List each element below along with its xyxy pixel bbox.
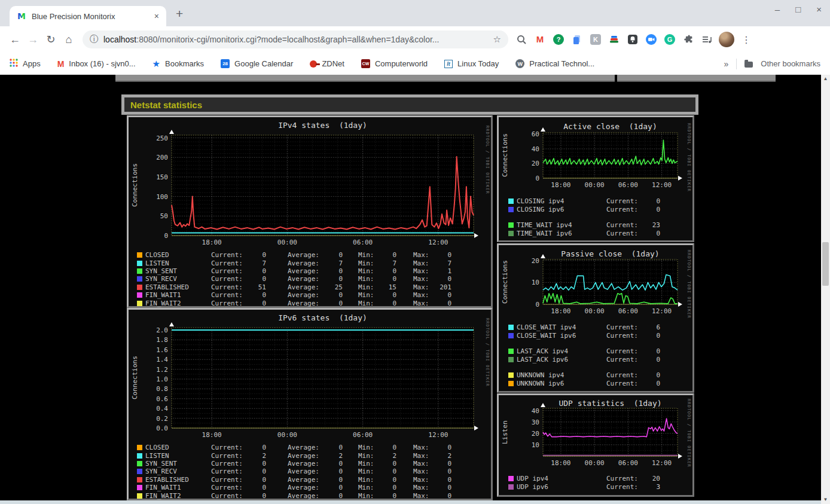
bookmark-item-apps[interactable]: Apps bbox=[10, 59, 41, 69]
legend-series-name: SYN_SENT bbox=[145, 267, 211, 275]
minimize-button[interactable]: – bbox=[775, 4, 780, 14]
legend-stat-label: Current: bbox=[606, 347, 643, 355]
home-icon[interactable]: ⌂ bbox=[60, 33, 78, 46]
bookmark-item-inbox-16-sjvn0[interactable]: MInbox (16) - sjvn0... bbox=[57, 59, 136, 68]
bookmarks-overflow-chevron[interactable]: » bbox=[724, 59, 729, 69]
green-question-bubble-icon[interactable]: ? bbox=[553, 33, 564, 45]
y-tick-label: 250 bbox=[145, 135, 168, 142]
books-stack-extension-icon[interactable] bbox=[608, 33, 620, 45]
scrollbar-up-icon[interactable]: ▲ bbox=[821, 75, 830, 83]
y-tick-label: 20 bbox=[517, 160, 539, 167]
legend-series-name: SYN_SENT bbox=[145, 460, 211, 468]
bookmark-item-google-calendar[interactable]: 28Google Calendar bbox=[221, 59, 293, 68]
legend-stat-value: 0 bbox=[379, 484, 396, 491]
other-bookmarks-label[interactable]: Other bookmarks bbox=[761, 59, 820, 68]
udp_statistics-graph-image[interactable]: UDP statistics (1day)ListenRRDTOOL / TOB… bbox=[499, 395, 692, 495]
ipv4_states-graph-image[interactable]: IPv4 states (1day)ConnectionsRRDTOOL / T… bbox=[129, 117, 491, 306]
legend-stat-label: Current: bbox=[606, 371, 643, 379]
address-bar[interactable]: ⓘ localhost:8080/monitorix-cgi/monitorix… bbox=[83, 30, 508, 48]
bookmarks-bar: AppsMInbox (16) - sjvn0...★Bookmarks28Go… bbox=[0, 53, 830, 75]
legend-series-name: SYN_RECV bbox=[145, 275, 211, 283]
profile-avatar[interactable] bbox=[719, 32, 734, 47]
browser-tab[interactable]: M Blue Precision Monitorix × bbox=[10, 6, 166, 26]
bookmark-label: Apps bbox=[23, 59, 41, 68]
legend-stat-value: 2 bbox=[325, 452, 343, 460]
legend-stat-label: Current: bbox=[211, 275, 248, 283]
legend-stat-value: 0 bbox=[248, 468, 266, 475]
grammarly-g-extension-icon[interactable]: G bbox=[664, 33, 676, 45]
active_close-graph-image[interactable]: Active close (1day)ConnectionsRRDTOOL / … bbox=[499, 117, 692, 240]
legend-swatch bbox=[137, 261, 142, 266]
legend-stat-value: 0 bbox=[643, 197, 660, 205]
bookmark-label: ZDNet bbox=[322, 59, 344, 68]
legend-stat-label: Current: bbox=[606, 197, 643, 205]
y-tick-label: 10 bbox=[517, 441, 539, 449]
gmail-extension-icon[interactable]: M bbox=[534, 33, 546, 45]
legend-row: LAST_ACK ipv6Current:0 bbox=[499, 356, 692, 364]
bookmark-item-computerworld[interactable]: CWComputerworld bbox=[361, 59, 428, 68]
passive_close-graph-image[interactable]: Passive close (1day)ConnectionsRRDTOOL /… bbox=[499, 245, 692, 391]
back-icon[interactable]: ← bbox=[6, 33, 24, 46]
y-tick-label: 150 bbox=[145, 173, 168, 181]
legend-series-name: SYN_RECV bbox=[145, 468, 211, 475]
blue-pages-extension-icon[interactable] bbox=[571, 33, 583, 45]
legend-stat-value: 0 bbox=[434, 444, 451, 451]
bookmark-label: Inbox (16) - sjvn0... bbox=[69, 59, 135, 68]
legend-stat-value: 0 bbox=[379, 476, 396, 484]
legend-stat-label: Current: bbox=[211, 444, 248, 451]
reload-icon[interactable]: ↻ bbox=[42, 33, 60, 46]
y-axis-label: Connections bbox=[131, 328, 139, 428]
dark-bell-square-extension-icon[interactable] bbox=[627, 33, 639, 45]
page-info-icon[interactable]: ⓘ bbox=[90, 34, 98, 45]
legend-stat-label: Current: bbox=[211, 468, 248, 475]
chrome-menu-icon[interactable]: ⋮ bbox=[741, 34, 751, 45]
legend-stat-value: 7 bbox=[325, 259, 343, 267]
forward-icon[interactable]: → bbox=[24, 33, 42, 46]
legend-stat-label: Min: bbox=[358, 468, 379, 475]
bookmark-item-practical-technol[interactable]: WPractical Technol... bbox=[515, 59, 594, 68]
new-tab-button[interactable]: + bbox=[176, 7, 183, 21]
page-scrollbar[interactable]: ▲ ▼ bbox=[821, 75, 830, 504]
ipv4-states-graph-panel: IPv4 states (1day)ConnectionsRRDTOOL / T… bbox=[127, 115, 493, 308]
close-button[interactable]: × bbox=[816, 4, 822, 14]
extensions-puzzle-icon[interactable] bbox=[682, 33, 694, 45]
legend-row: CLOSING ipv6Current:0 bbox=[499, 206, 692, 214]
legend-stat-value: 2 bbox=[248, 452, 266, 460]
bookmark-item-bookmarks[interactable]: ★Bookmarks bbox=[152, 59, 204, 69]
legend-stat-label: Current: bbox=[211, 492, 248, 500]
legend-stat-label: Current: bbox=[211, 283, 248, 291]
green-question-bubble-icon-glyph: ? bbox=[553, 34, 564, 45]
gray-k-square-extension-icon[interactable]: K bbox=[590, 33, 602, 45]
y-tick-label: 0.0 bbox=[145, 424, 168, 432]
legend-stat-value: 0 bbox=[434, 476, 451, 484]
maximize-button[interactable]: □ bbox=[795, 4, 801, 14]
legend-stat-label: Max: bbox=[413, 484, 434, 491]
rrdtool-watermark: RRDTOOL / TOBI OETIKER bbox=[686, 399, 691, 468]
bookmark-item-zdnet[interactable]: ZDNet bbox=[310, 59, 344, 68]
legend-stat-label: Min: bbox=[358, 460, 379, 468]
x-tick-label: 12:00 bbox=[424, 431, 453, 439]
scrollbar-thumb[interactable] bbox=[822, 242, 829, 286]
legend-stat-value: 0 bbox=[434, 468, 451, 475]
udp-statistics-graph-panel: UDP statistics (1day)ListenRRDTOOL / TOB… bbox=[497, 393, 694, 497]
x-tick-label: 18:00 bbox=[197, 431, 226, 439]
legend-stat-value: 0 bbox=[379, 444, 396, 451]
y-tick-label: 0.4 bbox=[145, 405, 168, 413]
blue-video-camera-extension-icon[interactable] bbox=[645, 33, 657, 45]
gray-k-square-extension-icon-glyph: K bbox=[590, 34, 601, 45]
legend-stat-label: Max: bbox=[413, 460, 434, 468]
passive-close-graph-panel: Passive close (1day)ConnectionsRRDTOOL /… bbox=[497, 243, 694, 393]
legend-stat-value: 0 bbox=[379, 492, 396, 500]
legend-stat-value: 0 bbox=[325, 444, 343, 451]
bookmark-item-linux-today[interactable]: ltLinux Today bbox=[444, 59, 499, 68]
media-list-icon[interactable] bbox=[701, 33, 713, 45]
bookmark-star-icon[interactable]: ☆ bbox=[493, 34, 501, 45]
tab-close-icon[interactable]: × bbox=[154, 11, 159, 21]
ipv6-states-graph-panel: IPv6 states (1day)ConnectionsRRDTOOL / T… bbox=[127, 308, 493, 500]
legend-row: FIN_WAIT2Current:0Average:0Min:0Max:0 bbox=[129, 491, 491, 499]
scrollbar-down-icon[interactable]: ▼ bbox=[821, 496, 830, 504]
legend-swatch bbox=[508, 357, 514, 362]
ipv6_states-graph-image[interactable]: IPv6 states (1day)ConnectionsRRDTOOL / T… bbox=[129, 310, 491, 499]
legend-swatch bbox=[137, 252, 142, 258]
search-extension-icon[interactable] bbox=[515, 33, 527, 45]
